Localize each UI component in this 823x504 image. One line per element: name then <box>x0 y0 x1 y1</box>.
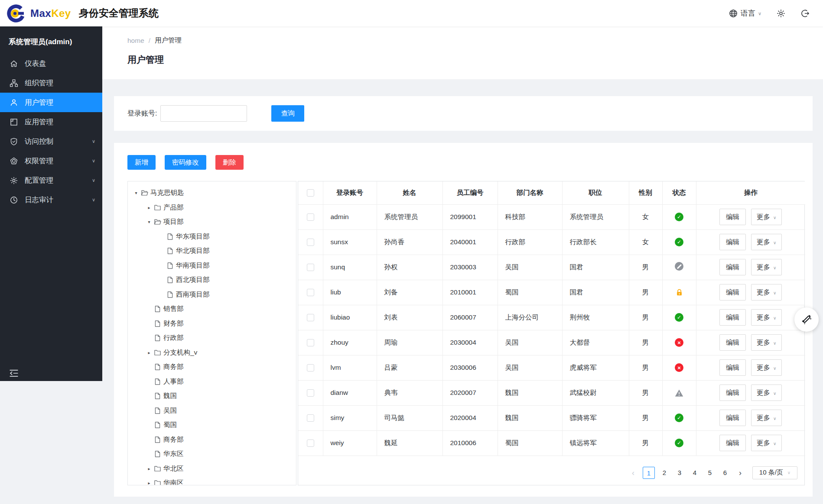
tree-node[interactable]: 商务部 <box>128 360 296 375</box>
row-checkbox[interactable] <box>307 414 314 422</box>
breadcrumb-home[interactable]: home <box>127 37 144 45</box>
caret-right-icon[interactable]: ▸ <box>146 481 153 485</box>
row-checkbox[interactable] <box>307 239 314 246</box>
select-all-checkbox[interactable] <box>307 189 314 197</box>
sidebar-item-configuration[interactable]: 配置管理∨ <box>0 171 102 190</box>
tree-node[interactable]: 财务部 <box>128 317 296 331</box>
cell-name: 典韦 <box>377 380 442 405</box>
more-button[interactable]: 更多∨ <box>751 209 782 225</box>
tree-node[interactable]: ▸华南区 <box>128 476 296 485</box>
sidebar-item-access-control[interactable]: 访问控制∨ <box>0 132 102 151</box>
cell-employee-id: 2060007 <box>442 305 498 330</box>
chevron-down-icon: ∨ <box>773 366 776 371</box>
tree-node[interactable]: ▾马克思钥匙 <box>128 186 296 200</box>
logout-icon[interactable] <box>800 9 810 18</box>
magic-wand-button[interactable] <box>794 307 819 332</box>
sidebar-item-permissions[interactable]: 权限管理∨ <box>0 151 102 171</box>
caret-down-icon[interactable]: ▾ <box>133 191 140 195</box>
tree-node[interactable]: 人事部 <box>128 375 296 389</box>
query-button[interactable]: 查询 <box>271 105 304 122</box>
tree-node[interactable]: 华东区 <box>128 447 296 462</box>
add-button[interactable]: 新增 <box>127 155 156 170</box>
caret-down-icon[interactable]: ▾ <box>146 220 153 224</box>
tree-node[interactable]: 华东项目部 <box>128 229 296 244</box>
edit-button[interactable]: 编辑 <box>719 384 746 401</box>
pagination-page-2[interactable]: 2 <box>659 467 670 479</box>
delete-button[interactable]: 删除 <box>215 155 244 170</box>
menu-fold-icon[interactable] <box>9 368 19 378</box>
sidebar-item-organizations[interactable]: 组织管理 <box>0 73 102 93</box>
sidebar-item-dashboard[interactable]: 仪表盘 <box>0 54 102 73</box>
edit-button[interactable]: 编辑 <box>719 435 746 451</box>
pagination-page-1[interactable]: 1 <box>643 467 655 479</box>
sidebar-item-audit-logs[interactable]: 日志审计∨ <box>0 190 102 210</box>
pagination-page-4[interactable]: 4 <box>689 467 700 479</box>
tree-node[interactable]: 商务部 <box>128 433 296 447</box>
pagination-page-5[interactable]: 5 <box>704 467 716 479</box>
tree-node[interactable]: 华北项目部 <box>128 244 296 258</box>
change-password-button[interactable]: 密码修改 <box>165 155 206 170</box>
pagination-next[interactable]: › <box>735 467 746 479</box>
more-button[interactable]: 更多∨ <box>751 435 782 451</box>
row-checkbox[interactable] <box>307 289 314 296</box>
row-checkbox[interactable] <box>307 389 314 397</box>
row-checkbox[interactable] <box>307 264 314 271</box>
edit-button[interactable]: 编辑 <box>719 359 746 376</box>
tree-node[interactable]: 西南项目部 <box>128 288 296 302</box>
row-checkbox[interactable] <box>307 213 314 221</box>
more-button[interactable]: 更多∨ <box>751 384 782 401</box>
more-button[interactable]: 更多∨ <box>751 234 782 250</box>
edit-button[interactable]: 编辑 <box>719 259 746 275</box>
cell-gender: 男 <box>629 280 662 305</box>
caret-right-icon[interactable]: ▸ <box>146 350 153 355</box>
edit-button[interactable]: 编辑 <box>719 284 746 300</box>
cell-name: 刘表 <box>377 305 442 330</box>
row-checkbox[interactable] <box>307 439 314 447</box>
column-header: 登录账号 <box>323 181 377 204</box>
more-button[interactable]: 更多∨ <box>751 309 782 326</box>
tree-node[interactable]: 华南项目部 <box>128 258 296 273</box>
pagination-page-3[interactable]: 3 <box>674 467 685 479</box>
tree-node[interactable]: ▸分支机构_v <box>128 346 296 360</box>
cell-login-account: liubiao <box>323 305 377 330</box>
login-account-input[interactable] <box>160 105 247 122</box>
tree-node[interactable]: ▸华北区 <box>128 462 296 476</box>
tree-node[interactable]: ▾项目部 <box>128 215 296 229</box>
more-button[interactable]: 更多∨ <box>751 259 782 275</box>
more-button[interactable]: 更多∨ <box>751 410 782 426</box>
caret-right-icon[interactable]: ▸ <box>146 466 153 471</box>
edit-button[interactable]: 编辑 <box>719 309 746 326</box>
row-checkbox[interactable] <box>307 364 314 372</box>
tree-node[interactable]: ▸产品部 <box>128 200 296 215</box>
magic-wand-icon <box>800 313 813 326</box>
tree-node[interactable]: 西北项目部 <box>128 273 296 288</box>
more-button[interactable]: 更多∨ <box>751 359 782 376</box>
sidebar-item-applications[interactable]: 应用管理 <box>0 112 102 132</box>
chevron-down-icon: ∨ <box>92 178 95 183</box>
edit-button[interactable]: 编辑 <box>719 334 746 351</box>
edit-button[interactable]: 编辑 <box>719 234 746 250</box>
sidebar-item-users[interactable]: 用户管理 <box>0 93 102 112</box>
edit-button[interactable]: 编辑 <box>719 209 746 225</box>
breadcrumb: home / 用户管理 <box>127 36 823 45</box>
table-row: admin系统管理员2099001科技部系统管理员女✓编辑更多∨ <box>298 204 805 229</box>
tree-node[interactable]: 行政部 <box>128 331 296 346</box>
tree-node[interactable]: 销售部 <box>128 302 296 317</box>
organizations-icon <box>10 79 18 87</box>
tree-node[interactable]: 吴国 <box>128 404 296 418</box>
pagination-page-6[interactable]: 6 <box>719 467 731 479</box>
page-size-select[interactable]: 10 条/页∨ <box>752 466 797 479</box>
more-button[interactable]: 更多∨ <box>751 284 782 300</box>
page-title: 用户管理 <box>127 54 823 66</box>
row-checkbox[interactable] <box>307 314 314 321</box>
row-checkbox[interactable] <box>307 339 314 346</box>
tree-node[interactable]: 蜀国 <box>128 418 296 433</box>
pagination-prev[interactable]: ‹ <box>628 467 639 479</box>
tree-node[interactable]: 魏国 <box>128 389 296 404</box>
edit-button[interactable]: 编辑 <box>719 410 746 426</box>
caret-right-icon[interactable]: ▸ <box>146 205 153 210</box>
more-button[interactable]: 更多∨ <box>751 334 782 351</box>
settings-gear-icon[interactable] <box>776 9 786 18</box>
language-selector[interactable]: 语言 ∨ <box>729 8 761 18</box>
users-table-container: 登录账号姓名员工编号部门名称职位性别状态操作 admin系统管理员2099001… <box>298 181 805 485</box>
